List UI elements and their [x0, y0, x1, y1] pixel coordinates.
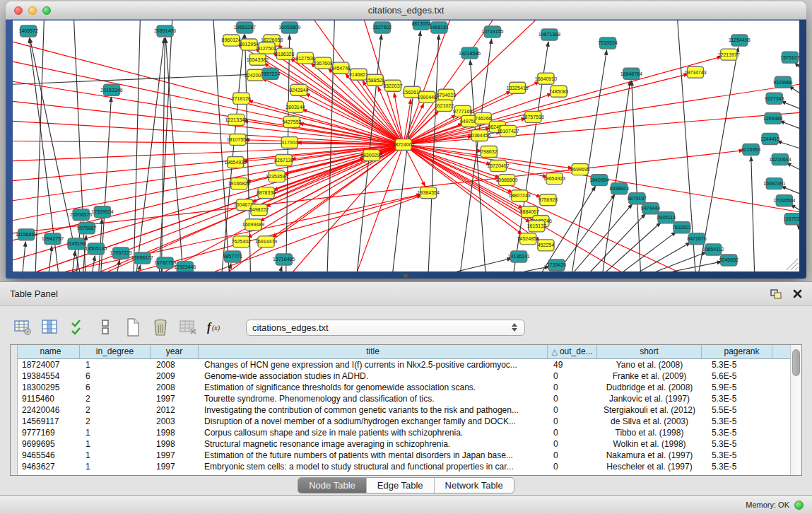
column-header-out-de-[interactable]: △out_de...	[548, 345, 597, 358]
graph-node[interactable]: 8878334	[257, 187, 276, 199]
show-columns-icon[interactable]	[40, 317, 60, 337]
function-builder-icon[interactable]: f (x)	[206, 317, 225, 337]
maximize-window-button[interactable]	[42, 6, 51, 15]
graph-node[interactable]: 13958107	[131, 252, 153, 264]
graph-node[interactable]: 12923446	[174, 262, 196, 271]
column-header-title[interactable]: title	[199, 345, 548, 358]
graph-node[interactable]: 746266	[475, 112, 492, 124]
graph-node[interactable]: 8215953	[741, 144, 760, 155]
graph-node[interactable]: 7515524	[598, 37, 617, 49]
table-row[interactable]: 1456911722003Disruption of a novel membe…	[18, 416, 790, 427]
graph-node[interactable]: 9857771	[223, 251, 242, 262]
graph-node[interactable]: 19166829	[228, 178, 250, 189]
graph-node[interactable]: 10719155	[481, 26, 503, 37]
graph-node[interactable]: 9474444	[641, 203, 660, 214]
graph-node[interactable]: 9756928	[539, 194, 558, 206]
graph-node[interactable]: 452254	[538, 240, 555, 251]
close-panel-icon[interactable]	[793, 289, 802, 298]
graph-node[interactable]: 2803144	[286, 101, 305, 112]
table-row[interactable]: 946554611997Estimation of the future num…	[18, 450, 790, 461]
graph-node[interactable]: 14524851	[517, 233, 539, 245]
table-row[interactable]: 969969511998Structural magnetic resonanc…	[18, 438, 790, 450]
graph-node[interactable]: 7485083	[549, 86, 568, 97]
graph-node[interactable]: 1244415	[760, 133, 779, 144]
tab-node-table[interactable]: Node Table	[298, 478, 366, 493]
graph-node[interactable]: 7857224	[261, 68, 280, 79]
table-row[interactable]: 1872400712008Changes of HCN gene express…	[18, 359, 790, 370]
column-header-pagerank[interactable]: pagerank	[702, 345, 772, 358]
graph-node[interactable]: 16053809	[278, 22, 300, 33]
graph-node[interactable]: 1733426	[547, 259, 566, 271]
graph-node[interactable]: 1621022	[435, 100, 454, 111]
graph-node[interactable]: 18300295	[360, 150, 382, 161]
graph-node[interactable]: 18107554	[227, 134, 249, 145]
graph-node[interactable]: 8813054	[411, 21, 430, 30]
graph-node[interactable]: 19671388	[539, 29, 560, 40]
graph-node[interactable]: 8960124	[222, 35, 241, 46]
graph-node[interactable]: 2935114	[657, 212, 676, 223]
table-row[interactable]: 946362711997Embryonic stem cells: a mode…	[18, 461, 790, 472]
graph-node[interactable]: 16914479	[255, 236, 277, 247]
graph-node[interactable]: 17016504	[773, 195, 795, 206]
graph-node[interactable]: 18724007	[392, 139, 414, 150]
graph-node[interactable]: 1990448	[418, 91, 437, 103]
graph-node[interactable]: 16210643	[769, 154, 791, 165]
graph-node[interactable]: 14136141	[508, 251, 530, 262]
graph-node[interactable]: 7625402	[232, 236, 251, 247]
graph-node[interactable]: 798632	[481, 146, 498, 158]
graph-node[interactable]: 8454749	[331, 62, 351, 74]
graph-node[interactable]: 8322037	[383, 80, 402, 91]
graph-node[interactable]: 6466161	[430, 22, 449, 33]
table-row[interactable]: 1938455462009Genome-wide association stu…	[18, 370, 790, 382]
close-window-button[interactable]	[14, 6, 23, 15]
network-window-titlebar[interactable]: citations_edges.txt	[6, 1, 806, 20]
graph-node[interactable]: 8938923	[609, 183, 628, 194]
resize-grip-icon[interactable]	[787, 259, 798, 270]
graph-node[interactable]: 16107427	[497, 125, 519, 136]
column-header-name[interactable]: name	[18, 345, 80, 358]
graph-node[interactable]: 6794023	[437, 89, 456, 100]
graph-node[interactable]: 17359924	[91, 206, 113, 218]
graph-node[interactable]: 16543382	[247, 54, 269, 65]
table-select-dropdown[interactable]: citations_edges.txt	[246, 320, 525, 336]
graph-node[interactable]: 8912954	[240, 39, 259, 50]
graph-node[interactable]: 8471676	[687, 233, 706, 245]
graph-node[interactable]: 15720407	[487, 160, 509, 172]
graph-node[interactable]: 19218586	[459, 47, 481, 59]
graph-node[interactable]: 2367608	[313, 57, 332, 69]
graph-node[interactable]: 19734743	[684, 66, 706, 78]
panel-divider[interactable]	[400, 274, 411, 280]
network-graph[interactable]: 1872400718300295193845548960124891295418…	[13, 21, 799, 271]
graph-node[interactable]: 10654112	[702, 244, 724, 255]
graph-node[interactable]: 9242844	[289, 84, 308, 95]
graph-node[interactable]: 1145194	[66, 238, 86, 250]
graph-node[interactable]: 12942757	[42, 233, 64, 245]
graph-node[interactable]: 18757516	[522, 111, 544, 122]
graph-node[interactable]: 5498222	[249, 204, 269, 216]
graph-node[interactable]: 16782759	[154, 257, 176, 269]
graph-node[interactable]: 1615132	[527, 221, 546, 232]
graph-node[interactable]: 10653287	[234, 22, 256, 33]
graph-node[interactable]: 9245652	[719, 255, 739, 266]
graph-node[interactable]: 1167533	[784, 214, 799, 225]
graph-node[interactable]: 12213977	[718, 49, 740, 60]
select-all-icon[interactable]	[68, 317, 88, 337]
scrollbar-thumb[interactable]	[792, 349, 800, 376]
delete-icon[interactable]	[151, 317, 170, 337]
graph-node[interactable]: 8186328	[275, 48, 294, 59]
graph-node[interactable]: 9329966	[773, 76, 792, 88]
graph-node[interactable]: 1575107	[780, 52, 799, 63]
column-header-in-degree[interactable]: in_degree	[80, 345, 151, 358]
graph-node[interactable]: 20153346	[100, 84, 122, 95]
graph-node[interactable]: 9975887	[77, 223, 96, 234]
graph-node[interactable]: 11156869	[16, 229, 37, 240]
column-header-short[interactable]: short	[597, 345, 702, 358]
graph-node[interactable]: 1588520	[365, 74, 384, 86]
graph-node[interactable]: 9127508	[295, 52, 314, 64]
graph-node[interactable]: 9127503	[257, 42, 276, 54]
graph-node[interactable]: 15716485	[273, 254, 295, 265]
table-row[interactable]: 2242004622012Investigating the contribut…	[18, 404, 790, 416]
graph-node[interactable]: 9699695	[570, 164, 589, 175]
graph-node[interactable]: 9427552	[282, 116, 301, 127]
table-row[interactable]: 977716911998Corpus callosum shape and si…	[18, 427, 790, 438]
